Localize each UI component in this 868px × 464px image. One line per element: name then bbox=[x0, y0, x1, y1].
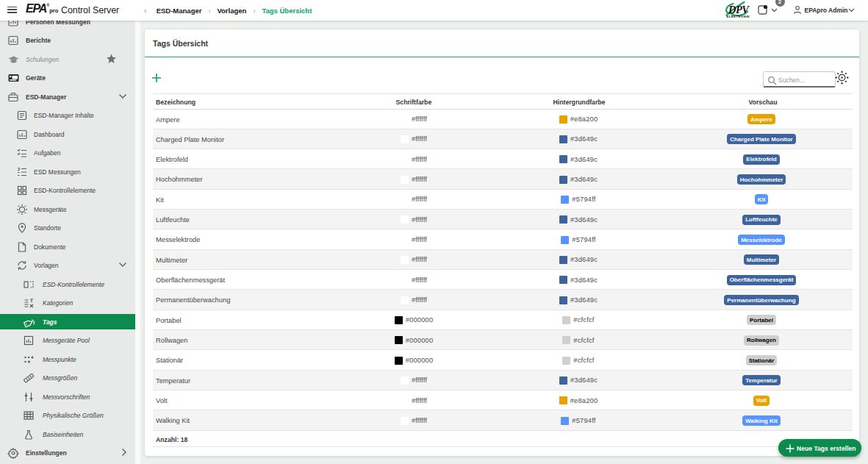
svg-text:DPV: DPV bbox=[728, 4, 750, 15]
svg-text:ELEKTRONIK: ELEKTRONIK bbox=[727, 15, 750, 18]
